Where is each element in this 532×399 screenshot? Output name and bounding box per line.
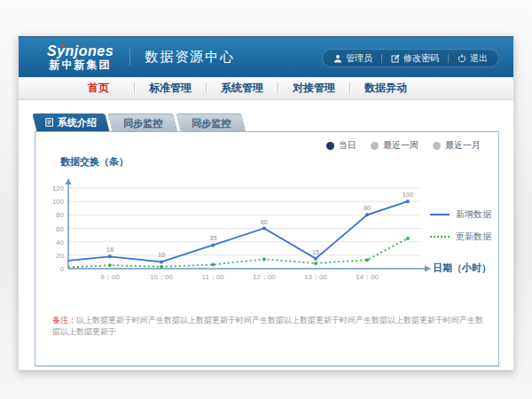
svg-text:14：00: 14：00 — [356, 273, 379, 281]
legend-item-2: 更新数据 — [430, 231, 491, 243]
nav-item-5[interactable]: 数据异动 — [350, 81, 421, 96]
power-icon — [458, 54, 466, 63]
chart-panel: 当日最近一周最近一月 数据交换（条） 0204060801001209：0010… — [35, 131, 499, 366]
nav-item-1[interactable]: 首页 — [63, 81, 134, 96]
legend-line-sample — [430, 236, 450, 238]
tab-3[interactable]: 同步监控 — [176, 113, 246, 132]
svg-text:120: 120 — [52, 184, 65, 192]
svg-text:20: 20 — [56, 252, 64, 260]
header: Synjones 新中新集团 数据资源中心 管理员修改密码退出 — [19, 36, 513, 77]
user-menu-label: 退出 — [470, 52, 488, 65]
legend-item-1: 新增数据 — [430, 208, 491, 221]
svg-text:10：00: 10：00 — [150, 273, 173, 281]
svg-text:10: 10 — [158, 251, 165, 259]
svg-text:60: 60 — [56, 225, 64, 233]
x-axis-label: 日期（小时） — [433, 262, 491, 275]
logo-text-en: Synjones — [47, 44, 113, 59]
user-icon — [333, 54, 342, 63]
user-menu: 管理员修改密码退出 — [322, 49, 499, 67]
svg-text:35: 35 — [209, 234, 216, 242]
legend-label: 更新数据 — [456, 231, 491, 243]
radio-dot-icon — [371, 142, 379, 150]
svg-text:80: 80 — [364, 204, 371, 212]
tab-label: 同步监控 — [123, 117, 162, 130]
range-option-1[interactable]: 当日 — [326, 139, 356, 152]
radio-label: 最近一月 — [445, 139, 481, 152]
svg-text:0: 0 — [60, 265, 65, 273]
svg-text:15: 15 — [312, 248, 319, 256]
user-menu-item-2[interactable]: 修改密码 — [391, 52, 439, 65]
svg-text:40: 40 — [56, 239, 64, 246]
edit-icon — [391, 54, 400, 63]
svg-text:100: 100 — [52, 198, 65, 206]
radio-dot-icon — [433, 142, 441, 150]
nav-item-3[interactable]: 系统管理 — [207, 81, 278, 96]
chart-range-options: 当日最近一周最近一月 — [326, 139, 481, 152]
user-menu-label: 管理员 — [346, 52, 372, 65]
radio-label: 最近一周 — [383, 139, 419, 152]
chart-legend: 新增数据更新数据 — [430, 208, 491, 243]
user-menu-item-3[interactable]: 退出 — [458, 52, 488, 65]
company-logo: Synjones 新中新集团 — [47, 44, 113, 70]
nav-menu: 首页标准管理系统管理对接管理数据异动 — [19, 77, 513, 100]
svg-text:100: 100 — [403, 191, 414, 199]
radio-dot-icon — [326, 142, 334, 150]
footer-note-text: 以上数据更新于时间产生数据以上数据更新于时间产生数据以上数据更新于时间产生数据以… — [52, 316, 483, 336]
svg-text:80: 80 — [56, 211, 64, 219]
tab-label: 同步监控 — [192, 117, 231, 130]
footer-note: 备注：以上数据更新于时间产生数据以上数据更新于时间产生数据以上数据更新于时间产生… — [52, 315, 485, 337]
svg-text:60: 60 — [261, 218, 268, 226]
range-option-3[interactable]: 最近一月 — [433, 139, 481, 152]
footer-note-label: 备注： — [52, 316, 76, 325]
line-chart: 0204060801001209：0010：0011：0012：0013：001… — [44, 171, 452, 286]
logo-text-cn: 新中新集团 — [50, 59, 112, 71]
tab-label: 系统介绍 — [58, 116, 97, 129]
nav-item-2[interactable]: 标准管理 — [135, 81, 206, 96]
tab-2[interactable]: 同步监控 — [107, 113, 177, 132]
svg-text:11：00: 11：00 — [202, 273, 225, 281]
document-icon — [45, 118, 53, 129]
main-window: Synjones 新中新集团 数据资源中心 管理员修改密码退出 首页标准管理系统… — [18, 35, 514, 371]
user-menu-label: 修改密码 — [403, 52, 439, 65]
user-menu-separator — [381, 54, 382, 63]
svg-text:12：00: 12：00 — [253, 273, 276, 281]
radio-label: 当日 — [339, 139, 356, 152]
nav-item-4[interactable]: 对接管理 — [278, 81, 349, 96]
range-option-2[interactable]: 最近一周 — [371, 139, 419, 152]
y-axis-label: 数据交换（条） — [60, 155, 129, 168]
user-menu-separator — [448, 54, 449, 63]
legend-label: 新增数据 — [456, 208, 491, 221]
svg-text:13：00: 13：00 — [304, 273, 327, 281]
svg-text:18: 18 — [106, 246, 113, 254]
tab-bar: 系统介绍同步监控同步监控 — [35, 113, 246, 132]
svg-text:9：00: 9：00 — [100, 273, 120, 281]
user-menu-item-1[interactable]: 管理员 — [333, 52, 372, 65]
page-title: 数据资源中心 — [129, 49, 235, 66]
legend-line-sample — [430, 214, 450, 215]
tab-1[interactable]: 系统介绍 — [32, 113, 109, 132]
